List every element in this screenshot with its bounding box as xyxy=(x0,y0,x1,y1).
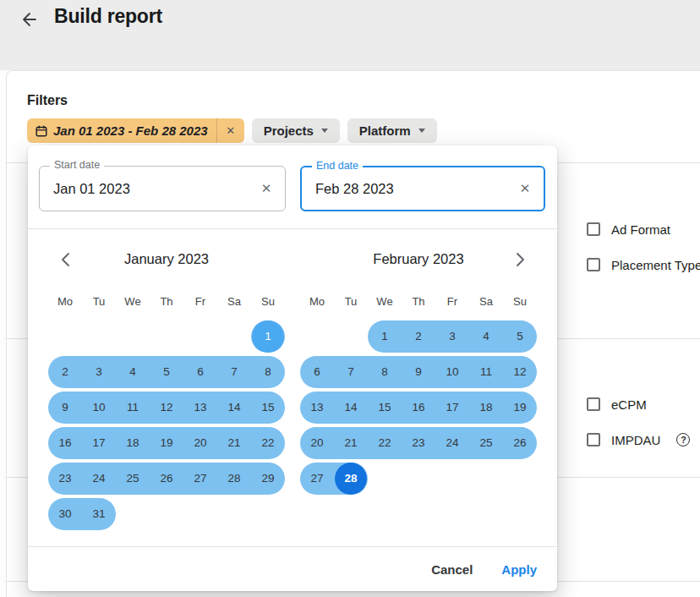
calendar-day[interactable]: 8 xyxy=(368,356,402,388)
remove-date-filter-icon[interactable]: ✕ xyxy=(217,118,244,143)
cancel-button[interactable]: Cancel xyxy=(431,562,473,577)
calendar-day[interactable]: 7 xyxy=(334,356,368,388)
range-end-day[interactable]: 28 xyxy=(335,463,367,495)
calendar-day[interactable]: 4 xyxy=(116,356,150,388)
calendar-day[interactable]: 22 xyxy=(251,427,285,459)
calendar-day[interactable]: 23 xyxy=(402,427,435,459)
ecpm-checkbox[interactable] xyxy=(587,397,600,411)
help-icon[interactable]: ? xyxy=(676,433,690,446)
placement-type-checkbox[interactable] xyxy=(587,258,600,271)
calendar-day[interactable]: 16 xyxy=(48,427,82,459)
calendar-icon xyxy=(36,125,47,137)
calendar-grid: 1234567891011121314151617181920212223242… xyxy=(48,320,285,534)
apply-button[interactable]: Apply xyxy=(501,562,537,577)
calendar-day[interactable]: 25 xyxy=(116,463,150,495)
calendar-day[interactable]: 12 xyxy=(150,392,183,424)
calendar-day[interactable]: 10 xyxy=(82,392,116,424)
chevron-down-icon xyxy=(418,129,425,133)
calendar-day[interactable]: 19 xyxy=(150,427,183,459)
calendar-month-january: January 2023 MoTuWeThFrSaSu 123456789101… xyxy=(48,243,285,534)
weekday-label: Fr xyxy=(435,293,469,310)
calendar-day[interactable]: 2 xyxy=(402,320,435,353)
calendar-day[interactable]: 16 xyxy=(402,392,435,424)
calendar-day[interactable]: 20 xyxy=(183,427,217,459)
calendar-day[interactable]: 1 xyxy=(368,320,402,353)
calendar-day[interactable]: 12 xyxy=(503,356,537,388)
arrow-left-icon xyxy=(19,10,37,29)
calendar-day[interactable]: 28 xyxy=(217,463,251,495)
calendar-day[interactable]: 9 xyxy=(48,392,82,424)
calendar-day[interactable]: 4 xyxy=(469,320,503,353)
calendar-day[interactable]: 3 xyxy=(435,320,469,353)
end-date-field[interactable]: End date Feb 28 2023 ✕ xyxy=(300,166,545,211)
month-title: February 2023 xyxy=(300,251,537,267)
weekday-label: Th xyxy=(402,293,435,310)
calendar-day[interactable]: 13 xyxy=(183,392,217,424)
calendar-day[interactable]: 26 xyxy=(503,427,537,459)
start-date-field[interactable]: Start date Jan 01 2023 ✕ xyxy=(39,166,286,211)
calendar-day[interactable]: 14 xyxy=(334,392,368,424)
calendar-day[interactable]: 18 xyxy=(469,392,503,424)
calendar-day[interactable]: 22 xyxy=(368,427,402,459)
date-range-picker-dialog: Start date Jan 01 2023 ✕ End date Feb 28… xyxy=(28,145,557,591)
month-title: January 2023 xyxy=(48,251,285,267)
filters-heading: Filters xyxy=(27,93,68,108)
calendar-day[interactable]: 21 xyxy=(217,427,251,459)
calendar-day[interactable]: 24 xyxy=(82,463,116,495)
calendar-day[interactable]: 27 xyxy=(300,463,334,495)
calendar-day[interactable]: 25 xyxy=(469,427,503,459)
date-range-filter-chip[interactable]: Jan 01 2023 - Feb 28 2023 ✕ xyxy=(27,118,244,143)
calendar-day[interactable]: 8 xyxy=(251,356,285,388)
calendar-day[interactable]: 2 xyxy=(48,356,82,388)
date-range-chip-label: Jan 01 2023 - Feb 28 2023 xyxy=(53,123,208,138)
calendar-day[interactable]: 9 xyxy=(402,356,435,388)
calendar-day[interactable]: 14 xyxy=(217,392,251,424)
calendar-day[interactable]: 11 xyxy=(469,356,503,388)
calendar-day[interactable]: 30 xyxy=(48,498,82,530)
calendar-day[interactable]: 17 xyxy=(435,392,469,424)
calendar-day[interactable]: 19 xyxy=(503,392,537,424)
calendar-day[interactable]: 5 xyxy=(503,320,537,353)
calendar-day[interactable]: 26 xyxy=(150,463,183,495)
checkbox-row-impdau[interactable]: IMPDAU ? xyxy=(587,432,690,447)
range-start-day[interactable]: 1 xyxy=(252,320,284,353)
clear-start-date-icon[interactable]: ✕ xyxy=(254,177,278,200)
calendar-day[interactable]: 23 xyxy=(48,463,82,495)
calendar-day[interactable]: 21 xyxy=(334,427,368,459)
platform-dropdown[interactable]: Platform xyxy=(347,118,437,143)
calendar-day[interactable]: 31 xyxy=(82,498,116,530)
dialog-footer: Cancel Apply xyxy=(28,546,557,591)
build-report-screen: Build report Filters Jan 01 2023 - Feb 2… xyxy=(0,0,700,597)
clear-end-date-icon[interactable]: ✕ xyxy=(513,177,537,200)
calendar-day[interactable]: 6 xyxy=(300,356,334,388)
calendar-day[interactable]: 6 xyxy=(183,356,217,388)
impdau-checkbox[interactable] xyxy=(587,433,600,446)
checkbox-row-placement-type[interactable]: Placement Type xyxy=(587,257,700,272)
calendar-day[interactable]: 5 xyxy=(150,356,183,388)
calendar-day[interactable]: 27 xyxy=(183,463,217,495)
dialog-divider xyxy=(28,228,557,229)
calendar-day[interactable]: 20 xyxy=(300,427,334,459)
calendar-day[interactable]: 3 xyxy=(82,356,116,388)
start-date-label: Start date xyxy=(50,159,104,171)
projects-dropdown[interactable]: Projects xyxy=(252,118,340,143)
end-date-value[interactable]: Feb 28 2023 xyxy=(315,181,394,197)
calendar-day[interactable]: 13 xyxy=(300,392,334,424)
calendar-day[interactable]: 7 xyxy=(217,356,251,388)
weekday-label: We xyxy=(368,293,402,310)
calendar-week-row: 6789101112 xyxy=(300,356,537,388)
calendar-day[interactable]: 18 xyxy=(116,427,150,459)
calendar-day[interactable]: 15 xyxy=(368,392,402,424)
checkbox-row-ad-format[interactable]: Ad Format xyxy=(587,222,700,237)
calendar-day[interactable]: 29 xyxy=(251,463,285,495)
back-button[interactable] xyxy=(15,7,41,32)
start-date-value[interactable]: Jan 01 2023 xyxy=(53,181,130,197)
checkbox-row-ecpm[interactable]: eCPM xyxy=(587,397,690,412)
calendar-day[interactable]: 24 xyxy=(435,427,469,459)
ad-format-checkbox[interactable] xyxy=(587,222,600,236)
calendar-day[interactable]: 10 xyxy=(435,356,469,388)
calendar-day[interactable]: 15 xyxy=(251,392,285,424)
calendar-day[interactable]: 17 xyxy=(82,427,116,459)
weekday-label: Mo xyxy=(300,293,334,310)
calendar-day[interactable]: 11 xyxy=(116,392,150,424)
